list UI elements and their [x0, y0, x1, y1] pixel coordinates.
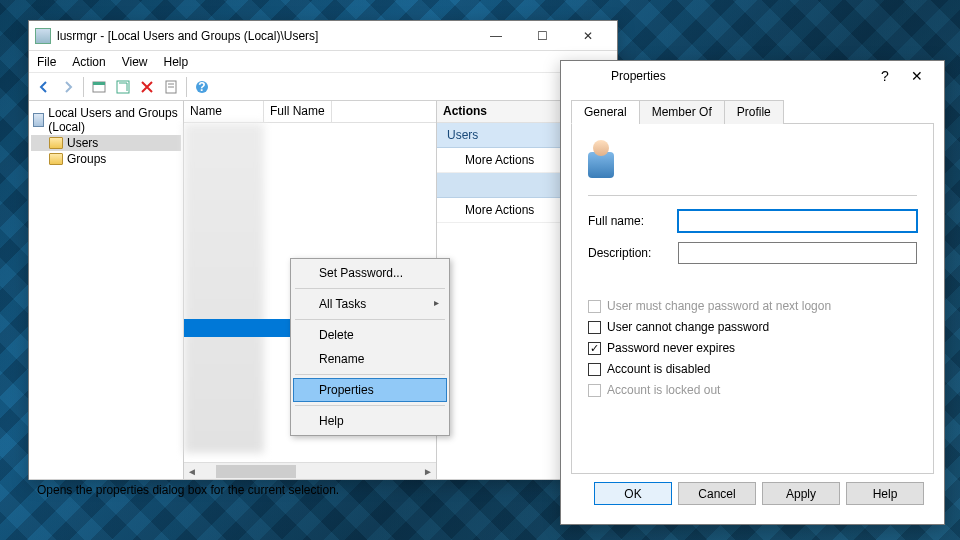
- help-button[interactable]: ?: [870, 68, 900, 84]
- folder-icon: [49, 153, 63, 165]
- folder-icon: [49, 137, 63, 149]
- fullname-input[interactable]: [678, 210, 917, 232]
- scroll-left-icon[interactable]: ◄: [184, 463, 200, 479]
- tab-profile[interactable]: Profile: [724, 100, 784, 124]
- dialog-buttons: OK Cancel Apply Help: [571, 474, 934, 505]
- maximize-button[interactable]: ☐: [519, 21, 565, 50]
- horizontal-scrollbar[interactable]: ◄ ►: [184, 462, 436, 479]
- scroll-thumb[interactable]: [216, 465, 296, 478]
- back-button[interactable]: [33, 76, 55, 98]
- cm-properties[interactable]: Properties: [293, 378, 447, 402]
- tree-groups-label: Groups: [67, 152, 106, 166]
- menu-view[interactable]: View: [114, 55, 156, 69]
- chk-locked-row: Account is locked out: [588, 383, 917, 397]
- menubar: File Action View Help: [29, 51, 617, 73]
- chk-disabled-label: Account is disabled: [607, 362, 710, 376]
- list-header: Name Full Name: [184, 101, 436, 123]
- fullname-label: Full name:: [588, 214, 678, 228]
- description-label: Description:: [588, 246, 678, 260]
- help-button[interactable]: ?: [191, 76, 213, 98]
- tree-root-label: Local Users and Groups (Local): [48, 106, 179, 134]
- menu-action[interactable]: Action: [64, 55, 113, 69]
- chk-must-change-row: User must change password at next logon: [588, 299, 917, 313]
- chk-never-expires-row[interactable]: Password never expires: [588, 341, 917, 355]
- toolbar: ?: [29, 73, 617, 101]
- checkbox-icon[interactable]: [588, 342, 601, 355]
- tree-panel: Local Users and Groups (Local) Users Gro…: [29, 101, 184, 479]
- refresh-button[interactable]: [112, 76, 134, 98]
- minimize-button[interactable]: ―: [473, 21, 519, 50]
- properties-titlebar[interactable]: Properties ? ✕: [561, 61, 944, 91]
- action-button[interactable]: [88, 76, 110, 98]
- chk-locked-label: Account is locked out: [607, 383, 720, 397]
- chk-cannot-change-label: User cannot change password: [607, 320, 769, 334]
- menu-file[interactable]: File: [29, 55, 64, 69]
- checkbox-icon[interactable]: [588, 321, 601, 334]
- checkbox-icon: [588, 300, 601, 313]
- chk-cannot-change-row[interactable]: User cannot change password: [588, 320, 917, 334]
- apply-button[interactable]: Apply: [762, 482, 840, 505]
- forward-button[interactable]: [57, 76, 79, 98]
- close-button[interactable]: ✕: [900, 68, 934, 84]
- cm-all-tasks[interactable]: All Tasks: [293, 292, 447, 316]
- svg-rect-1: [93, 82, 105, 85]
- help-button[interactable]: Help: [846, 482, 924, 505]
- checkbox-icon[interactable]: [588, 363, 601, 376]
- cm-rename[interactable]: Rename: [293, 347, 447, 371]
- cm-delete[interactable]: Delete: [293, 323, 447, 347]
- properties-button[interactable]: [160, 76, 182, 98]
- tab-content-general: Full name: Description: User must change…: [571, 124, 934, 474]
- svg-text:?: ?: [198, 80, 205, 94]
- tab-general[interactable]: General: [571, 100, 640, 124]
- user-icon: [588, 138, 628, 178]
- mgr-icon: [33, 113, 44, 127]
- tree-root[interactable]: Local Users and Groups (Local): [31, 105, 181, 135]
- delete-button[interactable]: [136, 76, 158, 98]
- cancel-button[interactable]: Cancel: [678, 482, 756, 505]
- tree-users-label: Users: [67, 136, 98, 150]
- properties-title: Properties: [611, 69, 870, 83]
- scroll-right-icon[interactable]: ►: [420, 463, 436, 479]
- app-icon: [35, 28, 51, 44]
- cm-help[interactable]: Help: [293, 409, 447, 433]
- statusbar: Opens the properties dialog box for the …: [29, 479, 617, 501]
- cm-set-password[interactable]: Set Password...: [293, 261, 447, 285]
- list-blurred-content: [184, 123, 264, 453]
- properties-dialog: Properties ? ✕ General Member Of Profile…: [560, 60, 945, 525]
- checkbox-icon: [588, 384, 601, 397]
- tree-users[interactable]: Users: [31, 135, 181, 151]
- chk-disabled-row[interactable]: Account is disabled: [588, 362, 917, 376]
- chk-must-change-label: User must change password at next logon: [607, 299, 831, 313]
- tab-member-of[interactable]: Member Of: [639, 100, 725, 124]
- chk-never-expires-label: Password never expires: [607, 341, 735, 355]
- tabs: General Member Of Profile: [571, 99, 934, 124]
- context-menu: Set Password... All Tasks Delete Rename …: [290, 258, 450, 436]
- tree-groups[interactable]: Groups: [31, 151, 181, 167]
- main-titlebar[interactable]: lusrmgr - [Local Users and Groups (Local…: [29, 21, 617, 51]
- close-button[interactable]: ✕: [565, 21, 611, 50]
- menu-help[interactable]: Help: [156, 55, 197, 69]
- description-input[interactable]: [678, 242, 917, 264]
- col-name[interactable]: Name: [184, 101, 264, 122]
- window-title: lusrmgr - [Local Users and Groups (Local…: [57, 29, 473, 43]
- ok-button[interactable]: OK: [594, 482, 672, 505]
- col-fullname[interactable]: Full Name: [264, 101, 332, 122]
